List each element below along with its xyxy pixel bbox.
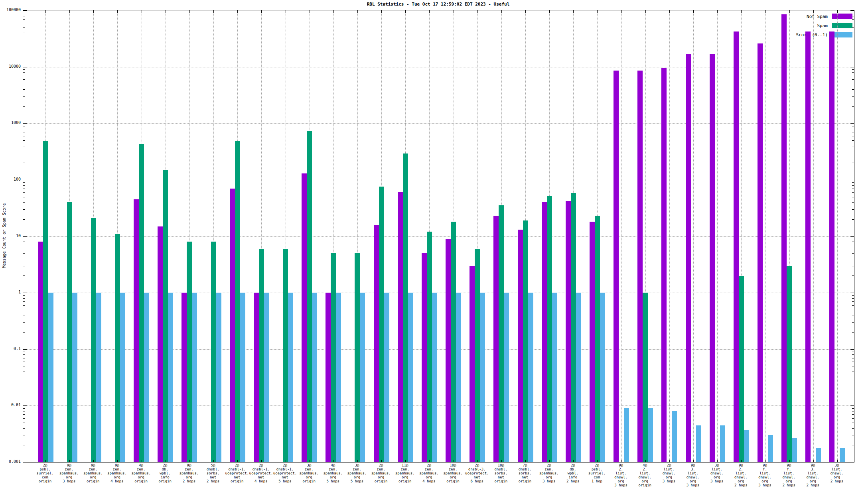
x-tick (429, 460, 430, 462)
bar-score-0-1- (96, 293, 101, 462)
y-minor-tick (852, 13, 854, 13)
y-minor-tick (23, 362, 25, 362)
plot-area: Not SpamSpamScore (0..1) (23, 10, 854, 462)
y-minor-tick (23, 40, 25, 40)
x-tick (765, 10, 766, 13)
y-minor-tick (852, 189, 854, 189)
y-minor-tick (23, 16, 25, 16)
y-tick-label: 100000 (0, 8, 21, 12)
y-minor-tick (23, 408, 25, 409)
y-minor-tick (852, 219, 854, 220)
x-tick (454, 460, 454, 462)
bar-not-spam (661, 68, 667, 462)
legend-swatch (832, 32, 852, 37)
bar-spam (451, 222, 456, 462)
bar-not-spam (470, 266, 475, 462)
y-minor-tick (852, 275, 854, 276)
y-minor-tick (23, 414, 25, 415)
y-tick-label: 0.001 (0, 459, 21, 464)
y-minor-tick (852, 209, 854, 210)
y-minor-tick (852, 423, 854, 423)
y-minor-tick (852, 352, 854, 352)
y-minor-tick (23, 305, 25, 306)
bar-score-0-1- (72, 293, 77, 462)
bar-not-spam (637, 71, 643, 462)
y-minor-tick (23, 295, 25, 296)
y-tick-label: 0.01 (0, 403, 21, 407)
y-minor-tick (852, 366, 854, 366)
x-tick (789, 10, 790, 13)
y-minor-tick (23, 76, 25, 76)
x-tick (142, 10, 142, 13)
y-minor-tick (23, 242, 25, 242)
x-tick (166, 460, 166, 462)
y-minor-tick (852, 315, 854, 315)
bar-spam (739, 276, 744, 462)
y-minor-tick (852, 301, 854, 302)
bar-spam (43, 141, 48, 462)
y-minor-tick (23, 140, 25, 141)
y-minor-tick (852, 372, 854, 372)
x-tick (741, 460, 742, 462)
y-major-tick (850, 180, 854, 180)
bar-spam (331, 253, 336, 462)
bar-spam (403, 153, 408, 462)
bar-score-0-1- (480, 293, 485, 462)
y-minor-tick (23, 266, 25, 266)
v-gridline (813, 10, 814, 462)
y-minor-tick (23, 13, 25, 13)
bar-not-spam (398, 192, 403, 462)
y-minor-tick (852, 245, 854, 245)
y-minor-tick (23, 106, 25, 107)
y-minor-tick (23, 249, 25, 249)
bar-score-0-1- (192, 293, 197, 462)
y-minor-tick (852, 310, 854, 310)
y-minor-tick (852, 435, 854, 435)
x-tick (837, 460, 838, 462)
y-minor-tick (852, 16, 854, 16)
y-minor-tick (23, 259, 25, 259)
y-minor-tick (852, 408, 854, 409)
bar-score-0-1- (720, 425, 725, 462)
y-minor-tick (852, 76, 854, 76)
legend: Not SpamSpamScore (0..1) (796, 14, 852, 41)
y-minor-tick (852, 72, 854, 73)
y-major-tick (850, 10, 854, 11)
y-minor-tick (23, 310, 25, 310)
y-major-tick (850, 67, 854, 67)
y-minor-tick (852, 163, 854, 163)
legend-label: Spam (817, 23, 828, 28)
y-minor-tick (23, 322, 25, 323)
y-minor-tick (852, 33, 854, 33)
bar-score-0-1- (816, 448, 821, 462)
y-minor-tick (23, 301, 25, 302)
bar-spam (163, 170, 168, 462)
y-minor-tick (852, 19, 854, 20)
y-minor-tick (852, 84, 854, 84)
y-minor-tick (852, 126, 854, 126)
y-minor-tick (23, 358, 25, 358)
x-tick (45, 10, 46, 13)
h-gridline (23, 123, 854, 124)
bar-not-spam (590, 222, 595, 462)
y-minor-tick (23, 129, 25, 129)
x-tick (93, 460, 94, 462)
y-minor-tick (23, 153, 25, 153)
y-tick-label: 1000 (0, 120, 21, 125)
y-minor-tick (23, 298, 25, 299)
y-minor-tick (852, 445, 854, 445)
bar-not-spam (374, 225, 379, 462)
bar-not-spam (829, 31, 834, 462)
x-tick (261, 460, 262, 462)
bar-not-spam (158, 226, 163, 462)
legend-row: Spam (796, 23, 852, 28)
x-tick (645, 10, 646, 13)
bar-not-spam (422, 253, 427, 462)
y-minor-tick (23, 189, 25, 189)
y-minor-tick (852, 132, 854, 132)
y-minor-tick (852, 106, 854, 107)
x-tick (310, 10, 310, 13)
bar-not-spam (686, 54, 691, 462)
x-tick (693, 10, 694, 13)
v-gridline (717, 10, 718, 462)
